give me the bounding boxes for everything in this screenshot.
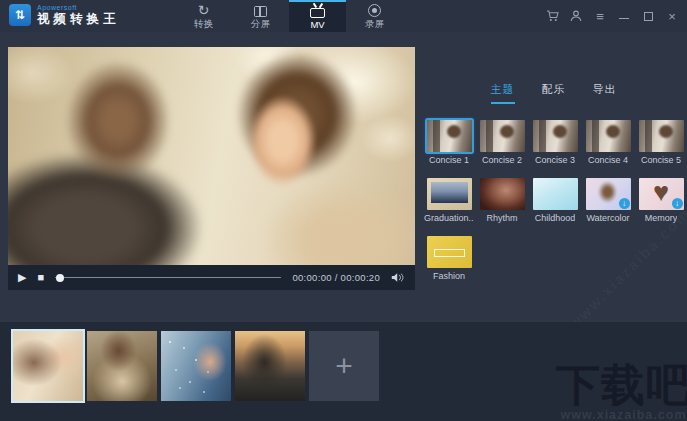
progress-slider[interactable] xyxy=(55,274,281,282)
media-thumbnail-4[interactable] xyxy=(235,331,305,401)
theme-thumbnail xyxy=(427,178,472,210)
product-name: 视频转换王 xyxy=(37,13,120,26)
main-nav: ↻ 转换 分屏 MV 录屏 xyxy=(175,0,403,32)
stop-button[interactable]: ■ xyxy=(37,272,44,283)
player-block: ▶ ■ 00:00:00 / 00:00:20 xyxy=(8,47,415,290)
titlebar: ⇅ Apowersoft 视频转换王 ↻ 转换 分屏 MV 录屏 xyxy=(0,0,687,32)
media-thumbnail-2[interactable] xyxy=(87,331,157,401)
convert-icon: ↻ xyxy=(198,3,210,17)
tv-icon xyxy=(310,8,325,18)
theme-item-concise-5[interactable]: Concise 5 xyxy=(638,120,684,165)
account-icon[interactable] xyxy=(569,9,583,23)
theme-thumbnail xyxy=(533,178,578,210)
player-controls: ▶ ■ 00:00:00 / 00:00:20 xyxy=(8,265,415,290)
app-window: ⇅ Apowersoft 视频转换王 ↻ 转换 分屏 MV 录屏 xyxy=(0,0,687,421)
theme-panel: 主题 配乐 导出 Concise 1 Concise 2 Concise 3 xyxy=(420,64,687,354)
theme-item-watercolor[interactable]: ↓ Watercolor xyxy=(585,178,631,223)
theme-thumbnail xyxy=(586,120,631,152)
preview-photo-woman-body xyxy=(260,180,415,265)
theme-thumbnail xyxy=(427,236,472,268)
tab-mv[interactable]: MV xyxy=(289,0,346,32)
theme-item-childhood[interactable]: Childhood xyxy=(532,178,578,223)
theme-item-concise-3[interactable]: Concise 3 xyxy=(532,120,578,165)
company-name: Apowersoft xyxy=(37,4,120,11)
download-badge: ↓ xyxy=(619,198,630,209)
time-display: 00:00:00 / 00:00:20 xyxy=(292,272,380,283)
panel-tabs: 主题 配乐 导出 xyxy=(420,64,687,104)
theme-thumbnail xyxy=(533,120,578,152)
video-preview[interactable] xyxy=(8,47,415,265)
tab-convert[interactable]: ↻ 转换 xyxy=(175,0,232,32)
tab-music[interactable]: 配乐 xyxy=(542,82,566,104)
download-badge: ↓ xyxy=(672,198,683,209)
theme-item-rhythm[interactable]: Rhythm xyxy=(479,178,525,223)
theme-thumbnail xyxy=(427,120,472,152)
theme-thumbnail xyxy=(480,178,525,210)
minimize-button[interactable] xyxy=(617,9,631,23)
maximize-button[interactable] xyxy=(641,9,655,23)
theme-item-memory[interactable]: ↓ Memory xyxy=(638,178,684,223)
add-media-tile[interactable]: + xyxy=(309,331,379,401)
media-thumbnail-1[interactable] xyxy=(13,331,83,401)
theme-thumbnail: ↓ xyxy=(639,178,684,210)
menu-icon[interactable]: ≡ xyxy=(593,9,607,23)
theme-thumbnail xyxy=(480,120,525,152)
tab-theme[interactable]: 主题 xyxy=(491,82,515,104)
plus-icon: + xyxy=(335,349,353,383)
tab-export[interactable]: 导出 xyxy=(593,82,617,104)
split-screen-icon xyxy=(254,6,267,17)
app-logo: ⇅ Apowersoft 视频转换王 xyxy=(9,4,120,26)
theme-item-graduation[interactable]: Graduation... xyxy=(426,178,472,223)
tab-split-screen[interactable]: 分屏 xyxy=(232,0,289,32)
main-area: ▶ ■ 00:00:00 / 00:00:20 + 添加文件 xyxy=(0,32,687,322)
theme-grid: Concise 1 Concise 2 Concise 3 Concise 4 … xyxy=(420,104,687,281)
theme-item-concise-1[interactable]: Concise 1 xyxy=(426,120,472,165)
theme-thumbnail: ↓ xyxy=(586,178,631,210)
theme-item-fashion[interactable]: Fashion xyxy=(426,236,472,281)
volume-icon[interactable] xyxy=(391,271,405,285)
progress-track xyxy=(55,277,281,279)
play-button[interactable]: ▶ xyxy=(18,272,26,283)
cart-icon[interactable] xyxy=(545,9,559,23)
slider-knob[interactable] xyxy=(56,274,64,282)
close-button[interactable]: × xyxy=(665,9,679,23)
media-thumbnail-3[interactable] xyxy=(161,331,231,401)
preview-photo-man-head xyxy=(65,60,171,182)
sync-icon: ⇅ xyxy=(9,4,31,26)
preview-photo-woman-face xyxy=(248,95,317,187)
theme-thumbnail xyxy=(639,120,684,152)
record-icon xyxy=(368,4,381,17)
theme-item-concise-4[interactable]: Concise 4 xyxy=(585,120,631,165)
tab-record[interactable]: 录屏 xyxy=(346,0,403,32)
theme-item-concise-2[interactable]: Concise 2 xyxy=(479,120,525,165)
window-controls: ≡ × xyxy=(545,0,679,32)
media-strip: + xyxy=(0,322,687,421)
